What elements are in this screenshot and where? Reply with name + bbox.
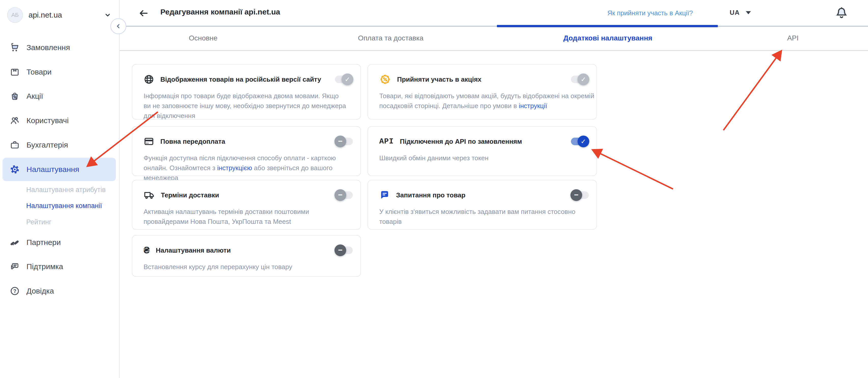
toggle-knob [578, 73, 589, 85]
card-promo-participation: Прийняти участь в акціях Товари, які від… [368, 64, 597, 119]
handshake-icon [10, 237, 20, 247]
hryvnia-icon: ₴ [144, 246, 150, 255]
sidebar-item-orders[interactable]: Замовлення [0, 39, 120, 56]
language-label: UA [730, 9, 740, 16]
sidebar-item-help[interactable]: ? Довідка [0, 282, 120, 300]
sidebar-item-label: Налаштування [27, 165, 79, 174]
sidebar-item-label: Підтримка [27, 262, 63, 271]
tab-main[interactable]: Основне [189, 34, 218, 42]
api-text-icon: API [379, 137, 394, 146]
sidebar-item-label: Бухгалтерія [27, 141, 68, 149]
sidebar-item-label: Замовлення [27, 43, 70, 52]
card-delivery-terms: Терміни доставки Активація налаштувань т… [132, 180, 361, 230]
sidebar-item-users[interactable]: Користувачі [0, 112, 120, 129]
top-bar: Редагування компанії api.net.ua Як прийн… [120, 0, 868, 27]
card-description: Інформація про товари буде відображена д… [144, 91, 347, 121]
subitem-label: Рейтинг [26, 218, 52, 226]
arrow-left-icon [138, 8, 149, 19]
subitem-label: Налаштування компанії [26, 202, 102, 210]
company-switcher[interactable]: АБ api.net.ua [7, 7, 112, 24]
card-title: Відображення товарів на російській версі… [160, 75, 329, 83]
active-tab-indicator [497, 25, 718, 27]
card-title: Підключення до API по замовленням [400, 138, 565, 145]
company-settings-page: АБ api.net.ua Замовлення Товари Акції [0, 0, 868, 378]
avatar: АБ [7, 7, 23, 23]
promo-badge-icon [379, 73, 391, 85]
card-product-questions: Запитання про товар У клієнтів з'явиться… [368, 180, 597, 230]
description-text: У клієнтів з'явиться можливість задавати… [379, 208, 575, 226]
sidebar-item-accounting[interactable]: Бухгалтерія [0, 136, 120, 153]
briefcase-icon [10, 140, 20, 150]
question-bubble-icon [379, 190, 390, 201]
tab-payment-delivery[interactable]: Оплата та доставка [358, 34, 423, 42]
sidebar-item-support[interactable]: Підтримка [0, 258, 120, 275]
chat-bubbles-icon [10, 262, 20, 272]
card-description: Товари, які відповідають умовам акцій, б… [379, 91, 595, 111]
annotation-arrow-api-tab [723, 51, 781, 130]
currency-settings-toggle[interactable] [335, 246, 353, 254]
annotation-arrow-api-toggle [593, 150, 673, 189]
cart-icon [10, 42, 20, 53]
delivery-terms-toggle[interactable] [335, 191, 353, 199]
card-full-prepayment: Повна передоплата Функція доступна після… [132, 126, 361, 176]
sidebar-item-settings[interactable]: Налаштування [3, 158, 116, 181]
promo-participation-toggle[interactable] [571, 75, 589, 83]
description-text: Швидкий обмін даними через токен [379, 154, 489, 162]
product-questions-toggle[interactable] [571, 191, 589, 199]
description-text: Інформація про товари буде відображена д… [144, 92, 346, 119]
card-currency-settings: ₴ Налаштування валюти Встановлення курсу… [132, 235, 361, 277]
russian-version-toggle[interactable] [335, 75, 353, 83]
api-connection-toggle[interactable] [571, 138, 589, 145]
tabbar-bottom-border [120, 50, 868, 51]
sidebar-item-label: Товари [27, 68, 52, 76]
description-text: Товари, які відповідають умовам акцій, б… [379, 92, 594, 110]
gear-icon [10, 164, 20, 174]
sidebar-item-promotions[interactable]: Акції [0, 88, 120, 105]
sidebar: АБ api.net.ua Замовлення Товари Акції [0, 0, 120, 378]
notifications-bell-button[interactable] [835, 7, 848, 20]
sidebar-subitem-rating[interactable]: Рейтинг [26, 217, 52, 227]
promo-participation-link[interactable]: Як прийняти участь в Акції? [607, 9, 693, 17]
avatar-initials: АБ [11, 12, 19, 18]
credit-card-icon [144, 136, 154, 147]
toggle-knob [342, 73, 353, 85]
chevron-left-icon [114, 22, 122, 30]
sidebar-item-label: Акції [27, 92, 43, 101]
description-text: Активація налаштувань термінів доставки … [144, 208, 309, 226]
subitem-label: Налаштування атрибутів [26, 186, 106, 194]
page-title: Редагування компанії api.net.ua [160, 8, 280, 16]
svg-text:?: ? [13, 288, 16, 294]
description-text: Встановлення курсу для перерахунку цін т… [144, 263, 292, 271]
sidebar-item-partners[interactable]: Партнери [0, 234, 120, 251]
instruction-link[interactable]: інструкції [519, 102, 547, 110]
globe-icon [144, 74, 154, 85]
sidebar-item-products[interactable]: Товари [0, 63, 120, 81]
card-description: У клієнтів з'явиться можливість задавати… [379, 207, 595, 227]
sidebar-subitem-attribute-settings[interactable]: Налаштування атрибутів [26, 185, 106, 195]
toggle-knob [335, 244, 346, 256]
card-description: Швидкий обмін даними через токен [379, 153, 595, 163]
sidebar-subitem-company-settings[interactable]: Налаштування компанії [26, 201, 102, 211]
promo-bag-icon [10, 91, 20, 101]
tab-api[interactable]: API [787, 34, 799, 42]
card-title: Терміни доставки [161, 191, 329, 199]
full-prepayment-toggle[interactable] [335, 138, 353, 145]
bell-icon [835, 7, 848, 20]
card-description: Функція доступна після підключення спосо… [144, 153, 347, 183]
caret-down-icon [746, 11, 751, 14]
instruction-link[interactable]: інструкцією [217, 164, 252, 172]
language-selector[interactable]: UA [730, 9, 751, 16]
sidebar-item-label: Довідка [27, 287, 54, 295]
card-title: Прийняти участь в акціях [397, 75, 565, 83]
back-button[interactable] [138, 8, 149, 19]
toggle-knob [578, 136, 589, 147]
toggle-knob [335, 189, 346, 201]
tab-additional-settings[interactable]: Додаткові налаштування [563, 34, 652, 42]
sidebar-collapse-button[interactable] [111, 18, 126, 34]
chevron-down-icon [104, 11, 112, 19]
sidebar-item-label: Партнери [27, 238, 61, 247]
users-icon [10, 115, 20, 126]
card-title: Повна передоплата [160, 138, 329, 145]
tabbar-top-border [120, 26, 868, 27]
card-api-connection: API Підключення до API по замовленням Шв… [368, 126, 597, 176]
